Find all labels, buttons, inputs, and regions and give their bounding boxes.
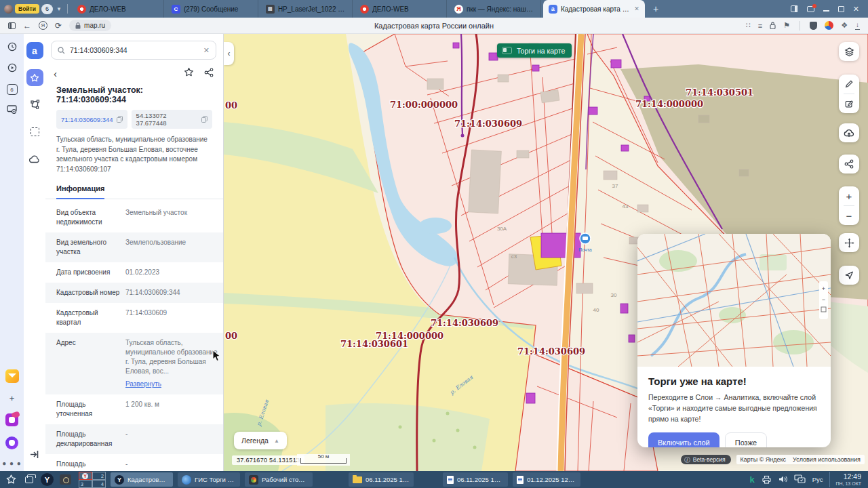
share-map-button[interactable]	[839, 155, 859, 174]
close-tab-icon[interactable]: ✕	[633, 5, 639, 12]
task-cadastral-map[interactable]: Y Кадастровая кар...	[111, 472, 173, 487]
zoom-out-button[interactable]: −	[839, 206, 859, 225]
share-icon[interactable]	[204, 68, 214, 80]
svg-text:+: +	[822, 285, 825, 292]
media-play-icon[interactable]	[7, 63, 17, 74]
browser-login[interactable]: Войти	[4, 4, 39, 14]
upload-button[interactable]	[839, 123, 859, 142]
sidebar-toggle-icon[interactable]	[8, 22, 16, 29]
legend-button[interactable]: Легенда ▲	[234, 432, 287, 449]
bookmark-icon[interactable]: ⚑	[783, 21, 790, 30]
back-button[interactable]: ‹	[54, 68, 57, 79]
app-launcher-icon[interactable]	[4, 474, 18, 485]
tab-delo-web-1[interactable]: ДЕЛО-WEB	[72, 0, 164, 18]
star-icon[interactable]	[184, 67, 194, 80]
url-field[interactable]: map.ru	[69, 20, 111, 31]
maximize-button[interactable]	[838, 6, 844, 12]
extension-icon[interactable]: ❖	[841, 21, 848, 30]
browser-side-rail: 6 + ● ● ●	[0, 34, 24, 471]
screenshot-tool-icon[interactable]	[58, 474, 72, 485]
enable-layer-button[interactable]: Включить слой	[648, 432, 719, 447]
tab-messages[interactable]: C (279) Сообщение	[166, 0, 258, 18]
edit-button[interactable]	[839, 94, 859, 113]
history-icon[interactable]	[7, 42, 17, 53]
tab-cadastral-map[interactable]: a Кадастровая карта Ро... ✕	[543, 0, 645, 18]
alice-icon[interactable]	[5, 436, 18, 449]
copy-icon[interactable]	[117, 116, 123, 123]
tab-cups[interactable]: ▤ HP_LaserJet_1022 - CUPS	[260, 0, 353, 18]
cadastral-number-chip[interactable]: 71:14:030609:344	[56, 110, 127, 129]
desktop-3[interactable]: 3	[79, 480, 92, 488]
zoom-in-button[interactable]: +	[839, 186, 859, 205]
chevron-down-icon[interactable]: ▼	[55, 6, 63, 12]
side-panel-icon[interactable]	[791, 5, 798, 12]
yandex-disk-icon[interactable]	[5, 413, 18, 426]
all-tabs-icon[interactable]	[807, 6, 814, 12]
polygon-tool-icon[interactable]	[26, 96, 43, 113]
reload-icon[interactable]: ⟳	[55, 22, 62, 30]
pan-button[interactable]	[839, 233, 859, 252]
desktop-4[interactable]: 4	[92, 480, 106, 488]
tab-information[interactable]: Информация	[56, 184, 104, 199]
minimize-button[interactable]	[823, 10, 829, 12]
collapse-sidebar-button[interactable]: ‹	[224, 42, 234, 65]
download-icon[interactable]: ↓	[855, 21, 860, 30]
task-folder[interactable]: 06.11.2025 12-30 ...	[349, 472, 414, 487]
printer-icon[interactable]	[762, 475, 772, 484]
torgi-layer-toggle[interactable]: Торги на карте	[497, 43, 572, 58]
table-row: Площадь уточненная1 200 кв. м	[45, 394, 223, 424]
screen-share-icon[interactable]	[7, 105, 17, 115]
add-service-icon[interactable]: +	[9, 393, 15, 403]
cloud-icon[interactable]	[26, 150, 43, 167]
new-tab-button[interactable]: +	[647, 3, 665, 14]
tab-groups-icon[interactable]: 6	[7, 84, 18, 95]
adblock-shield-icon[interactable]	[810, 22, 817, 30]
password-icon[interactable]	[770, 22, 776, 29]
search-input[interactable]	[70, 46, 199, 54]
favorites-button[interactable]	[26, 69, 43, 86]
expand-address-link[interactable]: Развернуть	[125, 380, 161, 389]
yandex-mail-icon[interactable]	[5, 369, 19, 383]
later-button[interactable]: Позже	[725, 432, 767, 447]
table-row: Кадастровый номер71:14:030609:344	[45, 283, 223, 303]
reader-icon[interactable]: ≡	[758, 22, 762, 30]
collapse-panel-icon[interactable]	[30, 449, 39, 462]
more-dots-icon[interactable]: ● ● ●	[2, 460, 22, 467]
close-window-button[interactable]: ✕	[853, 5, 859, 14]
tab-delo-web-2[interactable]: ДЕЛО-WEB	[355, 0, 447, 18]
yandex-browser-icon[interactable]: Y	[41, 473, 54, 486]
login-button[interactable]: Войти	[15, 4, 39, 14]
table-row: Кадастровый квартал71:14:030609	[45, 303, 223, 333]
language-indicator[interactable]: Рус	[812, 476, 823, 483]
desktop-2[interactable]: 2	[92, 472, 106, 480]
display-settings-icon[interactable]	[794, 474, 806, 484]
volume-icon[interactable]	[778, 475, 787, 483]
terms-link[interactable]: Условия использования	[793, 456, 861, 463]
task-desktop-window[interactable]: Рабочий стол 1 - ...	[245, 472, 313, 487]
pencil-button[interactable]	[839, 75, 859, 94]
svg-text:43: 43	[623, 203, 629, 209]
map-container[interactable]: Почта 30А с3 37 43 40 30 р. Еловая р. Ел…	[224, 34, 868, 471]
clear-search-icon[interactable]: ✕	[203, 46, 210, 55]
select-area-icon[interactable]	[26, 123, 43, 140]
copy-icon[interactable]	[201, 116, 208, 123]
tab-yandex-search[interactable]: Я пкк — Яндекс: нашлось	[449, 0, 541, 18]
k-tray-icon[interactable]: k	[750, 474, 755, 485]
tab-counter[interactable]: 6	[41, 4, 53, 14]
back-icon[interactable]: ←	[23, 22, 31, 30]
coordinates-chip[interactable]: 54.133072 37.677448	[132, 110, 212, 129]
task-gis-torgi[interactable]: ГИС Торги – прод...	[178, 472, 240, 487]
desktop-1[interactable]: Y	[79, 472, 92, 480]
layers-button[interactable]	[839, 42, 859, 61]
task-document-2[interactable]: 01.12.2025 12-00 ...	[513, 472, 580, 487]
yandex-button-icon[interactable]: Я	[39, 21, 47, 30]
search-box[interactable]: ✕	[51, 41, 216, 60]
sync-avatar-icon[interactable]	[825, 21, 833, 30]
task-document-1[interactable]: 06.11.2025 12-30 ...	[443, 472, 508, 487]
desktop-pager[interactable]: Y 2 3 4	[79, 472, 106, 488]
nspd-logo[interactable]: a	[26, 42, 43, 59]
locate-button[interactable]	[839, 266, 859, 285]
window-cascade-icon[interactable]	[22, 476, 36, 483]
clock[interactable]: 12:49 ПН, 13 ОКТ	[829, 472, 867, 487]
collections-icon[interactable]: ∷	[746, 21, 751, 30]
